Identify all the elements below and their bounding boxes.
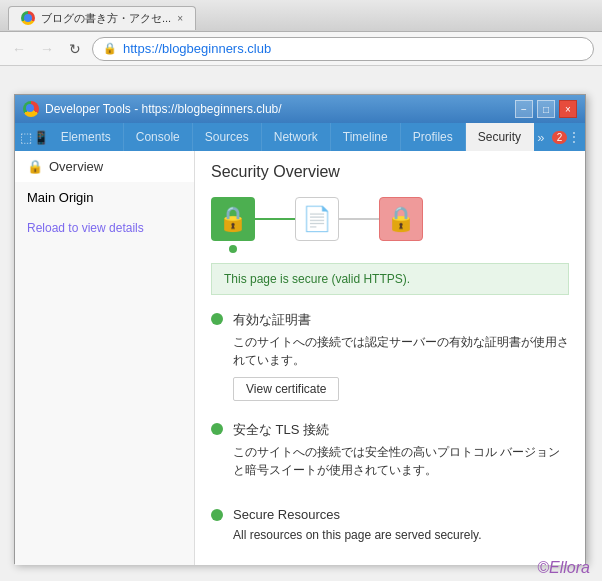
devtools-sidebar: 🔒 Overview Main Origin Reload to view de… xyxy=(15,151,195,565)
devtools-window: Developer Tools - https://blogbeginners.… xyxy=(14,94,586,564)
tab-security[interactable]: Security xyxy=(466,123,534,151)
sidebar-overview-label: Overview xyxy=(49,159,103,174)
devtools-title: Developer Tools - https://blogbeginners.… xyxy=(45,102,515,116)
security-dot-1 xyxy=(211,423,223,435)
view-certificate-button[interactable]: View certificate xyxy=(233,377,339,401)
tab-timeline[interactable]: Timeline xyxy=(331,123,401,151)
security-item-2: Secure Resources All resources on this p… xyxy=(211,507,569,552)
sidebar-reload-link[interactable]: Reload to view details xyxy=(15,213,194,243)
tab-network[interactable]: Network xyxy=(262,123,331,151)
tab-close-btn[interactable]: × xyxy=(177,13,183,24)
tab-title: ブログの書き方・アクセ... xyxy=(41,11,171,26)
tab-sources[interactable]: Sources xyxy=(193,123,262,151)
security-item-desc-0: このサイトへの接続では認定サーバーの有効な証明書が使用されています。 xyxy=(233,333,569,369)
devtools-chrome-icon xyxy=(23,101,39,117)
sidebar-reload-label: Reload to view details xyxy=(27,221,144,235)
refresh-button[interactable]: ↻ xyxy=(64,38,86,60)
devtools-device-icon[interactable]: 📱 xyxy=(33,125,49,149)
security-dot-0 xyxy=(211,313,223,325)
security-item-title-2: Secure Resources xyxy=(233,507,569,522)
cert-icons-row: 🔒 📄 🔒 xyxy=(211,197,569,241)
devtools-menu-btn[interactable]: ⋮ xyxy=(567,125,581,149)
url-text: https://blogbeginners.club xyxy=(123,41,583,56)
sidebar-item-overview[interactable]: 🔒 Overview xyxy=(15,151,194,182)
browser-nav: ← → ↻ 🔒 https://blogbeginners.club xyxy=(0,32,602,66)
devtools-more-tabs-btn[interactable]: » xyxy=(534,125,548,149)
chrome-logo-icon xyxy=(21,11,35,25)
security-item-desc-2: All resources on this page are served se… xyxy=(233,526,569,544)
secure-banner: This page is secure (valid HTTPS). xyxy=(211,263,569,295)
security-item-1: 安全な TLS 接続 このサイトへの接続では安全性の高いプロトコル バージョンと… xyxy=(211,421,569,487)
cert-status-dot xyxy=(229,245,237,253)
security-item-0: 有効な証明書 このサイトへの接続では認定サーバーの有効な証明書が使用されています… xyxy=(211,311,569,401)
tab-profiles[interactable]: Profiles xyxy=(401,123,466,151)
devtools-main-panel: Security Overview 🔒 📄 🔒 This page is sec… xyxy=(195,151,585,565)
cert-icon-green: 🔒 xyxy=(211,197,255,241)
security-item-content-2: Secure Resources All resources on this p… xyxy=(233,507,569,552)
security-dot-2 xyxy=(211,509,223,521)
devtools-maximize-btn[interactable]: □ xyxy=(537,100,555,118)
sidebar-item-main-origin[interactable]: Main Origin xyxy=(15,182,194,213)
forward-button[interactable]: → xyxy=(36,38,58,60)
security-title: Security Overview xyxy=(211,163,569,181)
browser-tab[interactable]: ブログの書き方・アクセ... × xyxy=(8,6,196,30)
tab-elements[interactable]: Elements xyxy=(49,123,124,151)
sidebar-main-origin-label: Main Origin xyxy=(27,190,93,205)
devtools-inspect-icon[interactable]: ⬚ xyxy=(19,125,33,149)
security-item-content-1: 安全な TLS 接続 このサイトへの接続では安全性の高いプロトコル バージョンと… xyxy=(233,421,569,487)
address-bar[interactable]: 🔒 https://blogbeginners.club xyxy=(92,37,594,61)
secure-banner-text: This page is secure (valid HTTPS). xyxy=(224,272,410,286)
security-item-title-0: 有効な証明書 xyxy=(233,311,569,329)
devtools-error-badge: 2 xyxy=(552,131,568,144)
devtools-content: 🔒 Overview Main Origin Reload to view de… xyxy=(15,151,585,565)
back-button[interactable]: ← xyxy=(8,38,30,60)
devtools-tabs: ⬚ 📱 Elements Console Sources Network Tim… xyxy=(15,123,585,151)
devtools-controls: − □ × xyxy=(515,100,577,118)
watermark: ©Ellora xyxy=(537,559,590,577)
security-item-content-0: 有効な証明書 このサイトへの接続では認定サーバーの有効な証明書が使用されています… xyxy=(233,311,569,401)
cert-icon-red: 🔒 xyxy=(379,197,423,241)
devtools-titlebar: Developer Tools - https://blogbeginners.… xyxy=(15,95,585,123)
tab-console[interactable]: Console xyxy=(124,123,193,151)
address-lock-icon: 🔒 xyxy=(103,42,117,55)
cert-icon-doc: 📄 xyxy=(295,197,339,241)
cert-line-green xyxy=(255,218,295,220)
devtools-minimize-btn[interactable]: − xyxy=(515,100,533,118)
devtools-close-btn[interactable]: × xyxy=(559,100,577,118)
security-item-title-1: 安全な TLS 接続 xyxy=(233,421,569,439)
security-item-desc-1: このサイトへの接続では安全性の高いプロトコル バージョンと暗号スイートが使用され… xyxy=(233,443,569,479)
sidebar-lock-icon: 🔒 xyxy=(27,159,43,174)
cert-line-gray xyxy=(339,218,379,220)
browser-title-bar: ブログの書き方・アクセ... × xyxy=(0,0,602,32)
